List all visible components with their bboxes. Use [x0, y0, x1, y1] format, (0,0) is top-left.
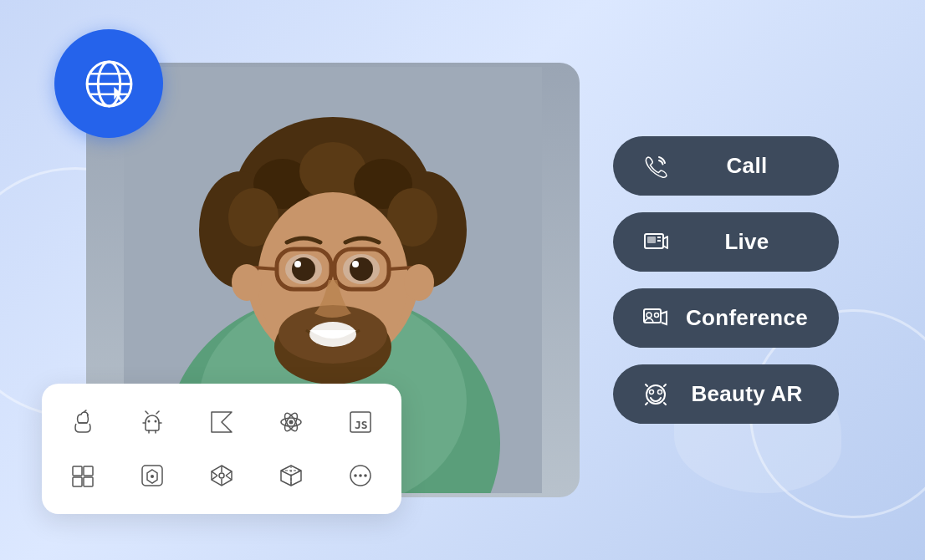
- phone-icon: [643, 154, 668, 179]
- unity-icon: [207, 461, 237, 491]
- call-button[interactable]: Call: [613, 136, 839, 196]
- svg-point-74: [359, 474, 362, 477]
- svg-point-73: [354, 474, 357, 477]
- svg-point-44: [646, 313, 652, 318]
- live-icon: [643, 230, 668, 255]
- svg-point-28: [294, 261, 301, 267]
- svg-point-32: [352, 261, 359, 267]
- svg-rect-68: [84, 477, 93, 486]
- kotlin-icon: [207, 407, 237, 437]
- svg-point-37: [232, 264, 262, 301]
- beauty-ar-button[interactable]: Beauty AR: [613, 364, 839, 424]
- globe-icon: [82, 57, 136, 111]
- svg-line-35: [389, 267, 412, 269]
- svg-point-59: [289, 420, 293, 425]
- tech-icon-grid-card: JS: [42, 384, 401, 514]
- unity-mini-icon: [138, 461, 167, 491]
- conference-button[interactable]: Conference: [613, 288, 839, 348]
- android-icon: [138, 407, 167, 437]
- box-3d-icon: [276, 461, 305, 491]
- svg-point-75: [364, 474, 367, 477]
- svg-point-27: [292, 257, 315, 281]
- windows-icon: [69, 461, 98, 491]
- more-icon: [345, 461, 375, 491]
- svg-marker-58: [212, 412, 232, 432]
- conference-button-label: Conference: [685, 305, 809, 331]
- live-button[interactable]: Live: [613, 212, 839, 272]
- svg-point-51: [155, 420, 157, 423]
- svg-point-70: [151, 475, 154, 478]
- tech-icon-row-1: JS: [69, 407, 375, 437]
- svg-point-48: [658, 389, 662, 394]
- svg-rect-67: [73, 477, 82, 486]
- svg-rect-65: [73, 466, 82, 476]
- svg-text:JS: JS: [355, 419, 368, 431]
- javascript-icon: JS: [345, 407, 375, 437]
- svg-rect-66: [84, 466, 93, 476]
- beauty-ar-icon: [643, 382, 668, 407]
- svg-point-50: [148, 420, 151, 423]
- svg-point-47: [650, 389, 654, 394]
- tech-icon-row-2: [69, 461, 375, 491]
- svg-line-53: [156, 411, 159, 414]
- globe-badge: [54, 29, 163, 138]
- action-panel: Call Live Conference: [613, 136, 839, 424]
- svg-rect-40: [647, 237, 656, 243]
- react-icon: [276, 407, 305, 437]
- svg-line-52: [146, 411, 148, 414]
- svg-point-71: [219, 473, 224, 478]
- live-button-label: Live: [685, 229, 809, 255]
- call-button-label: Call: [685, 153, 809, 179]
- beauty-ar-button-label: Beauty AR: [685, 381, 809, 407]
- apple-icon: [69, 407, 98, 437]
- svg-point-31: [350, 257, 373, 281]
- conference-icon: [643, 306, 668, 331]
- svg-point-45: [655, 313, 659, 317]
- svg-line-34: [253, 267, 277, 269]
- svg-point-38: [404, 264, 434, 301]
